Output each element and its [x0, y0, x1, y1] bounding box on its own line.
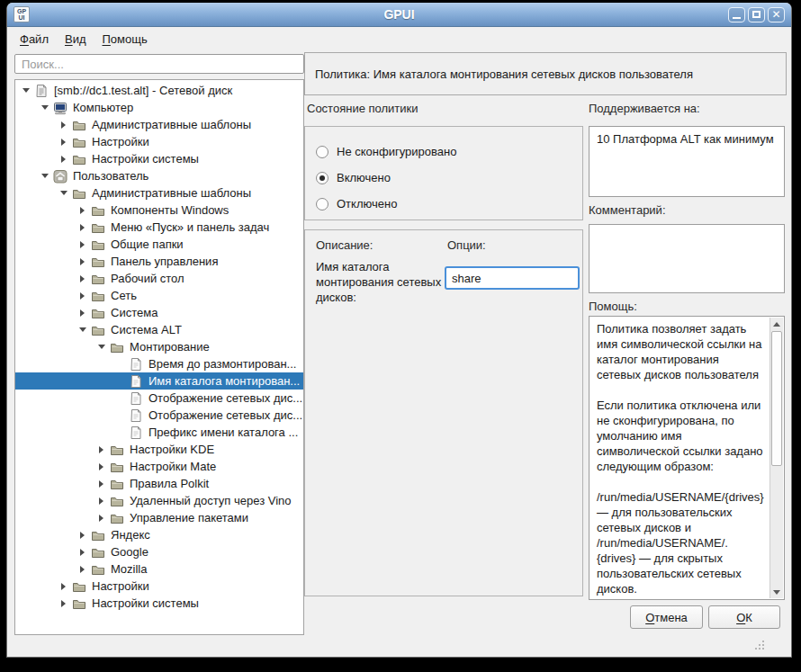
tree-expander-icon[interactable] [76, 532, 89, 539]
tree-expander-icon[interactable] [94, 446, 108, 453]
tree-item[interactable]: Панель управления [15, 253, 303, 270]
tree-item[interactable]: Настройки [15, 578, 303, 595]
tree-expander-icon[interactable] [38, 174, 51, 178]
maximize-button[interactable] [748, 7, 765, 22]
comment-box[interactable] [589, 224, 785, 293]
tree-expander-icon[interactable] [94, 345, 108, 349]
help-label: Помощь: [589, 300, 637, 313]
radio-disabled[interactable]: Отключено [316, 191, 582, 217]
search-input[interactable] [14, 54, 304, 74]
tree-item[interactable]: Общие папки [15, 236, 303, 253]
radio-icon[interactable] [316, 172, 328, 184]
tree-item[interactable]: Компоненты Windows [15, 202, 303, 219]
tree-expander-icon[interactable] [76, 327, 89, 332]
radio-icon[interactable] [316, 198, 328, 211]
tree-item[interactable]: Административные шаблоны [15, 116, 303, 133]
title-bar[interactable]: GP UI GPUI ✕ [7, 3, 791, 27]
tree-item[interactable]: Пользователь [15, 167, 303, 184]
tree-expander-icon[interactable] [94, 480, 108, 488]
tree-expander-icon[interactable] [57, 121, 70, 129]
tree-item[interactable]: Меню «Пуск» и панель задач [15, 219, 303, 236]
tree-item-label: Меню «Пуск» и панель задач [111, 220, 269, 234]
policy-tree[interactable]: [smb://dc1.test.alt] - Сетевой диск Комп… [14, 79, 304, 635]
tree-expander-icon[interactable] [57, 600, 70, 607]
folder-icon [91, 272, 105, 286]
tree-item[interactable]: Система ALT [15, 321, 303, 338]
tree-item[interactable]: Монтирование [15, 338, 303, 355]
tree-expander-icon[interactable] [94, 463, 108, 470]
mount-dir-name-input[interactable] [445, 266, 580, 290]
tree-item[interactable]: Префикс имени каталога ... [15, 424, 303, 441]
tree-item[interactable]: Настройки KDE [15, 441, 303, 458]
menu-help[interactable]: Помощь [94, 30, 156, 49]
tree-indent [15, 551, 76, 552]
tree-item[interactable]: Сеть [15, 287, 303, 304]
tree-expander-icon[interactable] [76, 309, 89, 317]
tree-expander-icon[interactable] [76, 292, 89, 300]
tree-expander-icon[interactable] [94, 515, 108, 522]
tree-item[interactable]: Яндекс [15, 526, 303, 543]
tree-item[interactable]: Настройки Mate [15, 458, 303, 475]
minimize-button[interactable] [728, 7, 745, 22]
policy-icon [129, 426, 143, 440]
tree-item-label: Настройки системы [92, 152, 199, 166]
tree-expander-icon[interactable] [76, 258, 89, 265]
tree-item[interactable]: Отображение сетевых дис... [15, 390, 303, 407]
cancel-button[interactable]: Отмена [630, 605, 703, 629]
tree-expander-icon[interactable] [76, 207, 89, 214]
radio-enabled[interactable]: Включено [316, 165, 582, 191]
tree-indent [15, 295, 76, 296]
tree-item-label: Общие папки [111, 237, 184, 251]
folder-icon [91, 528, 105, 542]
tree-item[interactable]: Google [15, 543, 303, 560]
help-box[interactable]: Политика позволяет задать имя символичес… [589, 316, 785, 600]
tree-item[interactable]: Правила Polkit [15, 475, 303, 492]
tree-item[interactable]: Удаленный доступ через Vino [15, 492, 303, 509]
tree-expander-icon[interactable] [57, 139, 70, 146]
tree-expander-icon[interactable] [76, 566, 89, 573]
tree-expander-icon[interactable] [94, 497, 108, 505]
tree-expander-icon[interactable] [76, 224, 89, 231]
tree-expander-icon[interactable] [38, 105, 51, 110]
scrollbar-thumb[interactable] [771, 331, 782, 466]
radio-not-configured[interactable]: Не сконфигурировано [316, 139, 582, 165]
tree-item[interactable]: Настройки системы [15, 595, 303, 612]
tree-item[interactable]: Mozilla [15, 560, 303, 578]
scroll-down-button[interactable] [770, 586, 783, 598]
ok-button[interactable]: ОК [708, 605, 780, 629]
tree-expander-icon[interactable] [57, 583, 70, 590]
tree-item-label: Настройки Mate [130, 460, 216, 473]
tree-item[interactable]: Административные шаблоны [15, 184, 303, 202]
help-scrollbar[interactable] [770, 318, 783, 598]
tree-item-label: Панель управления [111, 255, 218, 268]
tree-expander-icon[interactable] [76, 549, 89, 556]
tree-item[interactable]: Имя каталога монтирован... [15, 372, 303, 390]
tree-item-label: Административные шаблоны [92, 186, 251, 200]
tree-expander-icon[interactable] [76, 241, 89, 248]
tree-item-label: Отображение сетевых дис... [148, 391, 302, 405]
resize-grip[interactable] [753, 639, 766, 651]
radio-icon[interactable] [316, 146, 328, 158]
menu-file[interactable]: Файл [12, 30, 57, 49]
tree-item[interactable]: [smb://dc1.test.alt] - Сетевой диск [15, 82, 303, 99]
tree-item[interactable]: Управление пакетами [15, 509, 303, 526]
tree-expander-icon[interactable] [57, 191, 70, 195]
tree-item[interactable]: Система [15, 304, 303, 321]
close-button[interactable]: ✕ [768, 7, 785, 22]
tree-item[interactable]: Отображение сетевых дис... [15, 407, 303, 424]
tree-item[interactable]: Время до размонтирован... [15, 355, 303, 372]
tree-item-label: Время до размонтирован... [148, 357, 296, 371]
tree-expander-icon[interactable] [57, 156, 70, 163]
folder-icon [91, 323, 105, 337]
menu-bar: Файл Вид Помощь [7, 27, 791, 50]
tree-expander-icon[interactable] [76, 275, 89, 282]
tree-item[interactable]: Настройки [15, 133, 303, 150]
menu-view[interactable]: Вид [57, 30, 94, 49]
tree-item[interactable]: Рабочий стол [15, 270, 303, 287]
tree-expander-icon[interactable] [19, 88, 32, 93]
tree-item[interactable]: Компьютер [15, 99, 303, 116]
tree-indent [15, 363, 113, 364]
tree-item-label: Настройки [92, 135, 149, 148]
scroll-up-button[interactable] [770, 318, 783, 330]
tree-item[interactable]: Настройки системы [15, 150, 303, 167]
